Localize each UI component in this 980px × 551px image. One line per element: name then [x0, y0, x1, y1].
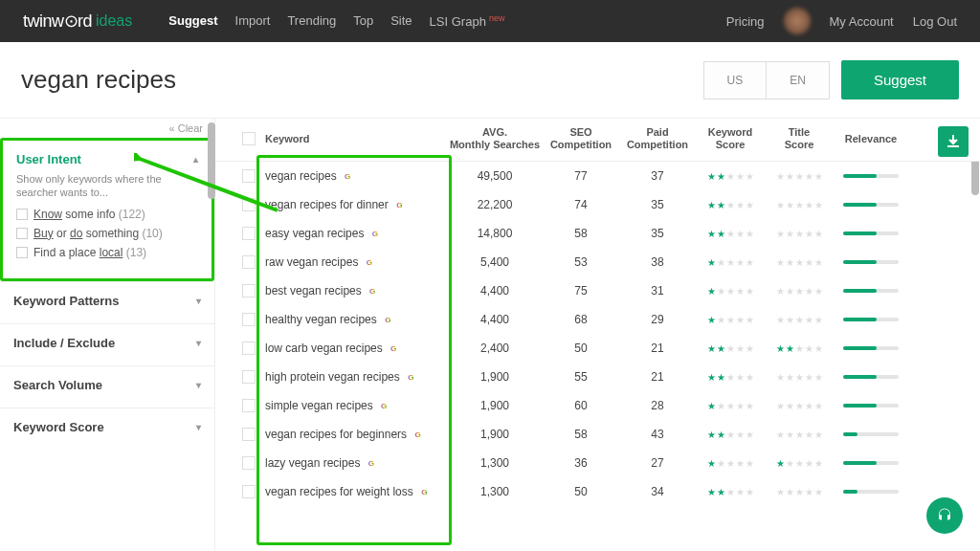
row-checkbox[interactable] — [242, 255, 256, 269]
sidebar-scrollbar[interactable] — [208, 122, 215, 199]
download-button[interactable] — [938, 126, 969, 157]
avg-cell: 49,500 — [447, 169, 543, 183]
table-row[interactable]: easy vegan recipes14,8005835★★★★★★★★★★ — [215, 219, 980, 248]
col-ts[interactable]: Title Score — [765, 126, 834, 151]
row-checkbox[interactable] — [242, 485, 256, 498]
opt-buy[interactable]: Buy or do something (10) — [16, 227, 198, 240]
table-row[interactable]: low carb vegan recipes2,4005021★★★★★★★★★… — [215, 334, 980, 363]
avg-cell: 14,800 — [447, 227, 543, 240]
google-icon[interactable] — [406, 372, 416, 383]
row-checkbox[interactable] — [242, 399, 256, 412]
row-checkbox[interactable] — [242, 169, 256, 183]
filters-sidebar: « Clear User Intent ▴ Show only keywords… — [0, 119, 215, 551]
table-row[interactable]: raw vegan recipes5,4005338★★★★★★★★★★ — [215, 248, 980, 276]
ts-stars: ★★★★★ — [765, 458, 834, 469]
nav-lsi[interactable]: LSI Graphnew — [430, 13, 505, 29]
row-checkbox[interactable] — [242, 284, 256, 298]
filter-search-volume[interactable]: Search Volume▾ — [0, 365, 214, 408]
paid-cell: 35 — [619, 227, 696, 240]
avatar[interactable] — [784, 8, 811, 34]
search-input[interactable] — [21, 65, 703, 95]
keyword-cell: low carb vegan recipes — [265, 342, 447, 355]
google-icon[interactable] — [394, 200, 405, 210]
table-row[interactable]: healthy vegan recipes4,4006829★★★★★★★★★★ — [215, 305, 980, 334]
table-row[interactable]: vegan recipes for dinner22,2007435★★★★★★… — [215, 190, 980, 219]
seo-cell: 58 — [543, 428, 619, 441]
ts-stars: ★★★★★ — [765, 257, 834, 268]
google-icon[interactable] — [364, 257, 374, 268]
opt-know[interactable]: Know some info (122) — [16, 208, 198, 221]
rel-cell — [834, 260, 908, 264]
locale-country[interactable]: US — [704, 62, 767, 99]
user-intent-toggle[interactable]: User Intent ▴ — [16, 150, 198, 168]
google-icon[interactable] — [412, 430, 423, 440]
google-icon[interactable] — [366, 458, 376, 469]
seo-cell: 53 — [543, 255, 619, 269]
table-row[interactable]: high protein vegan recipes1,9005521★★★★★… — [215, 363, 980, 391]
row-checkbox[interactable] — [242, 370, 256, 384]
table-row[interactable]: vegan recipes for beginners1,9005843★★★★… — [215, 420, 980, 449]
avg-cell: 1,300 — [447, 456, 543, 470]
google-icon[interactable] — [383, 315, 393, 325]
nav-account[interactable]: My Account — [830, 14, 894, 29]
col-seo[interactable]: SEO Competition — [543, 126, 619, 151]
keyword-cell: lazy vegan recipes — [265, 456, 447, 470]
nav-site[interactable]: Site — [390, 13, 412, 29]
main-nav: Suggest Import Trending Top Site LSI Gra… — [168, 13, 504, 29]
suggest-button[interactable]: Suggest — [841, 60, 959, 99]
ks-stars: ★★★★★ — [696, 229, 765, 239]
col-paid[interactable]: Paid Competition — [619, 126, 696, 151]
nav-import[interactable]: Import — [235, 13, 271, 29]
avg-cell: 1,900 — [447, 399, 543, 412]
col-avg[interactable]: AVG. Monthly Searches — [447, 126, 543, 151]
select-all-checkbox[interactable] — [242, 132, 256, 145]
keyword-cell: vegan recipes for dinner — [265, 198, 447, 211]
chevron-up-icon: ▴ — [193, 154, 198, 165]
clear-filters[interactable]: « Clear — [0, 122, 214, 134]
opt-local[interactable]: Find a place local (13) — [16, 246, 198, 259]
paid-cell: 29 — [619, 313, 696, 326]
filter-include-exclude[interactable]: Include / Exclude▾ — [0, 323, 214, 365]
row-checkbox[interactable] — [242, 198, 256, 211]
ts-stars: ★★★★★ — [765, 315, 834, 325]
nav-pricing[interactable]: Pricing — [726, 14, 765, 29]
google-icon[interactable] — [389, 343, 399, 354]
google-icon[interactable] — [343, 171, 353, 182]
col-rel[interactable]: Relevance — [834, 133, 908, 144]
nav-lsi-label: LSI Graph — [430, 14, 486, 29]
search-bar: US EN Suggest — [0, 42, 980, 119]
google-icon[interactable] — [368, 286, 378, 297]
table-row[interactable]: vegan recipes49,5007737★★★★★★★★★★ — [215, 162, 980, 190]
row-checkbox[interactable] — [242, 313, 256, 326]
locale-selector: US EN — [703, 61, 830, 99]
row-checkbox[interactable] — [242, 456, 256, 470]
avg-cell: 22,200 — [447, 198, 543, 211]
nav-suggest[interactable]: Suggest — [168, 13, 217, 29]
paid-cell: 43 — [619, 428, 696, 441]
table-row[interactable]: lazy vegan recipes1,3003627★★★★★★★★★★ — [215, 449, 980, 477]
col-keyword[interactable]: Keyword — [265, 133, 447, 144]
google-icon[interactable] — [369, 229, 380, 239]
google-icon[interactable] — [419, 487, 430, 497]
locale-lang[interactable]: EN — [766, 62, 829, 99]
logo-ideas: ideas — [96, 12, 132, 30]
nav-top[interactable]: Top — [353, 13, 373, 29]
logo[interactable]: twinw⊙rd ideas — [23, 11, 132, 32]
row-checkbox[interactable] — [242, 342, 256, 355]
filter-keyword-patterns[interactable]: Keyword Patterns▾ — [0, 281, 214, 323]
col-ks[interactable]: Keyword Score — [696, 126, 765, 151]
nav-trending[interactable]: Trending — [287, 13, 336, 29]
support-fab[interactable] — [926, 497, 963, 534]
row-checkbox[interactable] — [242, 428, 256, 441]
filter-keyword-score[interactable]: Keyword Score▾ — [0, 408, 214, 450]
paid-cell: 28 — [619, 399, 696, 412]
table-row[interactable]: simple vegan recipes1,9006028★★★★★★★★★★ — [215, 391, 980, 420]
row-checkbox[interactable] — [242, 227, 256, 240]
chevron-down-icon: ▾ — [196, 338, 201, 348]
table-row[interactable]: best vegan recipes4,4007531★★★★★★★★★★ — [215, 276, 980, 305]
logo-main: twinw⊙rd — [23, 11, 92, 32]
table-row[interactable]: vegan recipes for weight loss1,3005034★★… — [215, 477, 980, 506]
nav-logout[interactable]: Log Out — [913, 14, 957, 29]
keyword-cell: vegan recipes for beginners — [265, 428, 447, 441]
google-icon[interactable] — [379, 401, 390, 411]
